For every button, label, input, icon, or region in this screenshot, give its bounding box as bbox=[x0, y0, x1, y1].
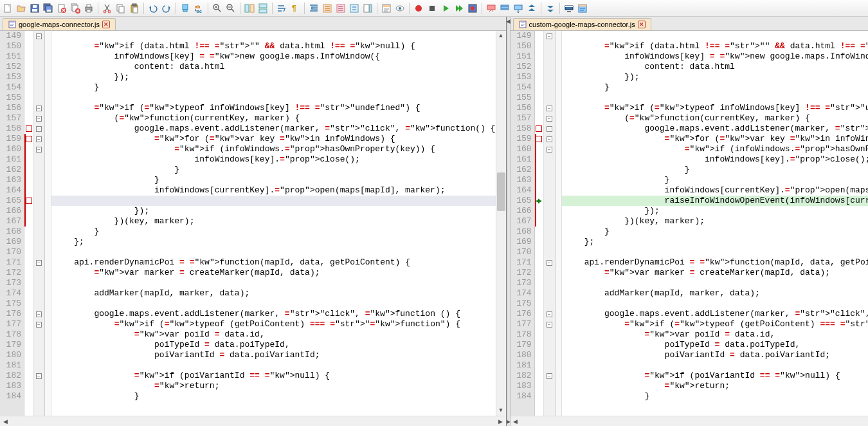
code-line[interactable] bbox=[51, 31, 496, 41]
find-replace-icon[interactable]: abac bbox=[192, 2, 205, 15]
word-wrap-icon[interactable] bbox=[275, 2, 288, 15]
code-line[interactable]: } bbox=[562, 175, 868, 185]
code-line[interactable]: } bbox=[51, 82, 496, 93]
code-line[interactable]: infoWindows[currentKey].="prop">open(map… bbox=[562, 185, 868, 196]
code-line[interactable]: } bbox=[51, 165, 496, 175]
zoom-in-icon[interactable] bbox=[211, 2, 224, 15]
open-file-icon[interactable] bbox=[15, 2, 28, 15]
code-line[interactable]: ="kw">var poiId = data.id, bbox=[562, 329, 868, 340]
bookmark-prev-icon[interactable] bbox=[525, 2, 538, 15]
fold-toggle-icon[interactable]: − bbox=[547, 147, 552, 153]
code-line[interactable]: ="kw">for (="kw">var key ="kw">in infoWi… bbox=[51, 134, 496, 144]
code-line[interactable]: }); bbox=[562, 72, 868, 82]
code-line[interactable]: ="kw">if (="kw">typeof (getPoiContent) =… bbox=[51, 319, 496, 329]
code-line[interactable]: ="kw">if (poiVariantId == ="kw">null) { bbox=[51, 371, 496, 381]
right-editor[interactable]: 1491501511521531541551561571581591601611… bbox=[511, 31, 868, 416]
tab-left-file[interactable]: google-maps-connector.js ✕ bbox=[3, 18, 116, 30]
fold-toggle-icon[interactable]: − bbox=[36, 311, 42, 317]
paste-icon[interactable] bbox=[128, 2, 141, 15]
code-line[interactable] bbox=[51, 360, 496, 371]
fold-toggle-icon[interactable]: − bbox=[547, 116, 552, 122]
bookmark-clear-icon[interactable] bbox=[544, 2, 557, 15]
fold-toggle-icon[interactable]: − bbox=[36, 147, 42, 153]
fold-toggle-icon[interactable]: − bbox=[547, 373, 552, 379]
code-line[interactable]: } bbox=[562, 227, 868, 237]
code-line[interactable]: }; bbox=[562, 237, 868, 247]
code-line[interactable]: ="kw">for (="kw">var key ="kw">in infoWi… bbox=[562, 134, 868, 144]
code-line[interactable]: ="kw">return; bbox=[562, 381, 868, 391]
code-line[interactable]: ="kw">return; bbox=[51, 381, 496, 391]
code-line[interactable] bbox=[51, 278, 496, 288]
play-macro-icon[interactable] bbox=[439, 2, 452, 15]
doc-map-icon[interactable] bbox=[361, 2, 374, 15]
code-line[interactable]: poiTypeId = data.poiTypeId, bbox=[562, 340, 868, 350]
code-line[interactable]: poiVariantId = data.poiVariantId; bbox=[51, 350, 496, 360]
code-line[interactable]: ="kw">if (poiVariantId == ="kw">null) { bbox=[562, 371, 868, 381]
record-macro-icon[interactable] bbox=[412, 2, 425, 15]
fold-toggle-icon[interactable]: − bbox=[36, 33, 42, 39]
zoom-out-icon[interactable] bbox=[224, 2, 237, 15]
tab-right-file[interactable]: custom-google-maps-connector.js ✕ bbox=[513, 18, 651, 30]
stop-macro-icon[interactable] bbox=[426, 2, 439, 15]
code-line[interactable]: content: data.html bbox=[51, 62, 496, 72]
code-line[interactable]: ="kw">var marker = createMarker(mapId, d… bbox=[562, 268, 868, 278]
code-line[interactable]: infoWindows[currentKey].="prop">open(map… bbox=[51, 185, 496, 196]
code-line[interactable]: google.maps.event.addListener(marker, ="… bbox=[51, 309, 496, 319]
code-line[interactable]: ="kw">var marker = createMarker(mapId, d… bbox=[51, 268, 496, 278]
close-icon[interactable] bbox=[55, 2, 68, 15]
hscrollbar[interactable]: ◀ ▶ bbox=[0, 416, 506, 426]
code-line[interactable]: infoWindows[key] = ="kw">new google.maps… bbox=[562, 51, 868, 62]
bookmark-toggle-icon[interactable] bbox=[498, 2, 511, 15]
code-line[interactable] bbox=[562, 247, 868, 257]
fold-toggle-icon[interactable]: − bbox=[547, 126, 552, 132]
code-line[interactable]: raiseInfoWindowOpenEvent(infoWindows[cur… bbox=[562, 196, 868, 206]
left-editor[interactable]: 1491501511521531541551561571581591601611… bbox=[0, 31, 506, 416]
play-multi-icon[interactable] bbox=[453, 2, 466, 15]
code-line[interactable]: } bbox=[51, 227, 496, 237]
spell-icon[interactable] bbox=[485, 2, 498, 15]
code-line[interactable]: infoWindows[key].="prop">close(); bbox=[562, 154, 868, 165]
scroll-up-icon[interactable]: ▲ bbox=[496, 31, 506, 41]
code-line[interactable]: } bbox=[562, 165, 868, 175]
fold-toggle-icon[interactable]: − bbox=[547, 322, 552, 328]
fold-toggle-icon[interactable]: − bbox=[36, 260, 42, 266]
code-line[interactable]: ="kw">if (data.html !== ="str">"" && dat… bbox=[562, 41, 868, 51]
tab-close-icon[interactable]: ✕ bbox=[102, 21, 110, 28]
fold-toggle-icon[interactable]: − bbox=[36, 116, 42, 122]
scroll-left-icon[interactable]: ◀ bbox=[511, 416, 521, 426]
code-line[interactable]: addMarker(mapId, marker, data); bbox=[562, 288, 868, 299]
scroll-right-icon[interactable]: ▶ bbox=[496, 416, 506, 426]
redo-icon[interactable] bbox=[160, 2, 173, 15]
fold-toggle-icon[interactable]: − bbox=[547, 106, 552, 111]
save-all-icon[interactable] bbox=[42, 2, 55, 15]
code-line[interactable]: } bbox=[562, 391, 868, 402]
code-line[interactable] bbox=[51, 247, 496, 257]
copy-icon[interactable] bbox=[114, 2, 127, 15]
code-line[interactable]: content: data.html bbox=[562, 62, 868, 72]
code-line[interactable] bbox=[562, 299, 868, 309]
fold-toggle-icon[interactable]: − bbox=[547, 33, 552, 39]
undo-icon[interactable] bbox=[147, 2, 159, 15]
code-line[interactable]: ="kw">var poiId = data.id, bbox=[51, 329, 496, 340]
sync-v-icon[interactable] bbox=[243, 2, 256, 15]
code-line[interactable] bbox=[562, 360, 868, 371]
unfold-all-icon[interactable] bbox=[334, 2, 347, 15]
code-line[interactable]: ="kw">if (="kw">typeof infoWindows[key] … bbox=[51, 103, 496, 113]
code-line[interactable] bbox=[51, 299, 496, 309]
code-line[interactable]: } bbox=[51, 175, 496, 185]
code-line[interactable] bbox=[562, 31, 868, 41]
bookmark-next-icon[interactable] bbox=[512, 2, 525, 15]
scroll-down-icon[interactable]: ▼ bbox=[496, 405, 506, 416]
code-line[interactable]: })(key, marker); bbox=[51, 216, 496, 227]
code-line[interactable]: }); bbox=[562, 206, 868, 216]
fold-toggle-icon[interactable]: − bbox=[36, 373, 42, 379]
fold-toggle-icon[interactable]: − bbox=[36, 136, 42, 142]
code-line[interactable]: poiTypeId = data.poiTypeId, bbox=[51, 340, 496, 350]
code-line[interactable]: }); bbox=[51, 72, 496, 82]
print-icon[interactable] bbox=[82, 2, 95, 15]
save-macro-icon[interactable] bbox=[466, 2, 479, 15]
func-list-icon[interactable] bbox=[380, 2, 393, 15]
show-all-icon[interactable]: ¶ bbox=[289, 2, 302, 15]
monitor-icon[interactable] bbox=[563, 2, 575, 15]
code-line[interactable]: addMarker(mapId, marker, data); bbox=[51, 288, 496, 299]
